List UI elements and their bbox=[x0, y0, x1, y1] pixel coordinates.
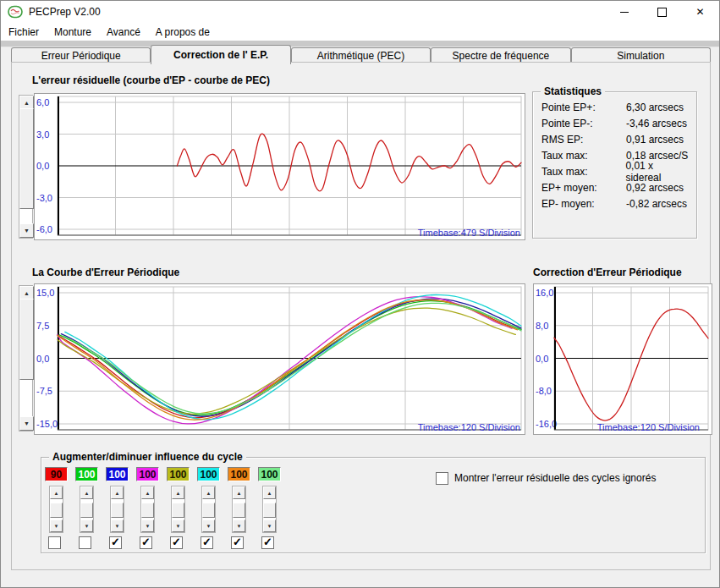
cycle-column-4: 100▲▼ bbox=[136, 467, 163, 552]
slider-down-button[interactable]: ▼ bbox=[233, 519, 245, 532]
menu-item-avance[interactable]: Avancé bbox=[99, 25, 148, 40]
pec-plot: 16,08,00,0-8,0-16,0 bbox=[534, 284, 710, 432]
slider-thumb[interactable] bbox=[141, 503, 154, 518]
cycle-value-box: 100 bbox=[75, 467, 98, 481]
triangle-down-icon: ▼ bbox=[85, 524, 90, 529]
slider-up-button[interactable]: ▲ bbox=[80, 486, 93, 499]
cycle-influence-slider[interactable]: ▲▼ bbox=[80, 486, 94, 533]
app-window: PECPrep V2.00 ✕ FichierMontureAvancéA pr… bbox=[0, 0, 720, 588]
slider-thumb[interactable] bbox=[172, 503, 184, 518]
pe-vertical-scrollbar[interactable]: ▲ ▼ bbox=[19, 285, 33, 431]
app-icon bbox=[8, 4, 23, 19]
cycle-value-box: 100 bbox=[258, 467, 281, 481]
cycle-checkbox[interactable] bbox=[79, 536, 91, 549]
slider-thumb[interactable] bbox=[50, 503, 63, 518]
cycle-column-8: 100▲▼ bbox=[258, 467, 285, 552]
pec-chart: 16,08,00,0-8,0-16,0 Timebase:120 S/Divis… bbox=[533, 283, 712, 435]
y-axis-tick-label: -3,0 bbox=[36, 193, 52, 203]
minimize-icon bbox=[620, 12, 629, 13]
cycle-value-box: 100 bbox=[197, 467, 220, 481]
cycle-value-box: 100 bbox=[228, 467, 250, 481]
maximize-button[interactable] bbox=[643, 1, 681, 23]
triangle-up-icon: ▲ bbox=[85, 491, 90, 496]
residual-scrollbar-thumb[interactable] bbox=[19, 108, 34, 209]
slider-down-button[interactable]: ▼ bbox=[202, 519, 215, 532]
slider-up-button[interactable]: ▲ bbox=[172, 486, 184, 499]
residual-chart-title: L'erreur résiduelle (courbe d'EP - courb… bbox=[32, 74, 270, 86]
slider-down-button[interactable]: ▼ bbox=[50, 519, 63, 532]
slider-up-button[interactable]: ▲ bbox=[50, 486, 63, 499]
slider-thumb[interactable] bbox=[111, 503, 124, 518]
stat-label: Pointe EP-: bbox=[541, 118, 626, 129]
cycle-influence-slider[interactable]: ▲▼ bbox=[171, 486, 185, 533]
close-icon: ✕ bbox=[695, 7, 704, 17]
pe-scrollbar-thumb[interactable] bbox=[19, 299, 34, 380]
show-ignored-checkbox[interactable] bbox=[436, 472, 448, 485]
cycle-influence-slider[interactable]: ▲▼ bbox=[232, 486, 246, 533]
cycle-checkbox[interactable] bbox=[170, 536, 183, 549]
y-axis-tick-label: 15,0 bbox=[36, 288, 54, 298]
cycle-checkbox[interactable] bbox=[140, 536, 152, 549]
cycle-influence-slider[interactable]: ▲▼ bbox=[140, 486, 155, 533]
slider-thumb[interactable] bbox=[202, 503, 215, 518]
pe-timebase: Timebase:120 S/Division bbox=[418, 422, 520, 432]
triangle-down-icon: ▼ bbox=[54, 524, 59, 529]
cycle-checkbox[interactable] bbox=[231, 536, 244, 549]
slider-thumb[interactable] bbox=[263, 503, 276, 518]
y-axis-tick-label: -6,0 bbox=[36, 224, 52, 234]
triangle-up-icon: ▲ bbox=[206, 491, 212, 496]
cycle-influence-slider[interactable]: ▲▼ bbox=[49, 486, 63, 533]
residual-vertical-scrollbar[interactable]: ▲ ▼ bbox=[19, 95, 33, 239]
slider-up-button[interactable]: ▲ bbox=[233, 486, 245, 499]
pe-scroll-down-button[interactable]: ▼ bbox=[19, 416, 34, 431]
cycle-checkbox[interactable] bbox=[261, 536, 274, 549]
tab-correction-de-l-e-p[interactable]: Correction de l' E.P. bbox=[151, 45, 290, 64]
close-button[interactable]: ✕ bbox=[681, 1, 719, 23]
maximize-icon bbox=[657, 8, 667, 17]
triangle-up-icon: ▲ bbox=[146, 491, 151, 496]
stat-label: Taux max: bbox=[541, 166, 625, 178]
cycle-checkbox[interactable] bbox=[48, 536, 61, 549]
stat-value: 0,92 arcsecs bbox=[626, 182, 684, 194]
y-axis-tick-label: -15,0 bbox=[36, 419, 58, 429]
cycle-checkbox[interactable] bbox=[201, 536, 213, 549]
cycle-influence-slider[interactable]: ▲▼ bbox=[201, 486, 216, 533]
show-ignored-row: Montrer l'erreur résiduelle des cycles i… bbox=[436, 472, 656, 485]
menu-bar: FichierMontureAvancéA propos de bbox=[1, 23, 719, 41]
cycle-influence-slider[interactable]: ▲▼ bbox=[110, 486, 124, 533]
residual-plot: 6,03,00,0-3,0-6,0 bbox=[35, 94, 523, 238]
stat-value: 0,91 arcsecs bbox=[626, 134, 684, 146]
stats-row: EP+ moyen:0,92 arcsecs bbox=[541, 179, 691, 195]
slider-up-button[interactable]: ▲ bbox=[202, 486, 215, 499]
minimize-button[interactable] bbox=[605, 1, 643, 23]
menu-item-fichier[interactable]: Fichier bbox=[1, 25, 47, 40]
menu-item-a-propos-de[interactable]: A propos de bbox=[148, 25, 217, 40]
window-title: PECPrep V2.00 bbox=[29, 6, 101, 18]
residual-scroll-down-button[interactable]: ▼ bbox=[19, 223, 34, 238]
slider-up-button[interactable]: ▲ bbox=[111, 486, 124, 499]
slider-down-button[interactable]: ▼ bbox=[172, 519, 184, 532]
cycle-column-1: 90▲▼ bbox=[45, 467, 72, 552]
slider-thumb[interactable] bbox=[233, 503, 245, 518]
slider-thumb[interactable] bbox=[80, 503, 93, 518]
y-axis-tick-label: 7,5 bbox=[36, 321, 49, 331]
triangle-down-icon: ▼ bbox=[176, 524, 181, 529]
menu-item-monture[interactable]: Monture bbox=[47, 25, 99, 40]
slider-up-button[interactable]: ▲ bbox=[141, 486, 154, 499]
pec-chart-title: Correction d'Erreur Périodique bbox=[533, 267, 682, 278]
triangle-down-icon: ▼ bbox=[237, 524, 242, 529]
slider-down-button[interactable]: ▼ bbox=[263, 519, 276, 532]
cycle-checkbox[interactable] bbox=[109, 536, 122, 549]
slider-down-button[interactable]: ▼ bbox=[111, 519, 124, 532]
triangle-up-icon: ▲ bbox=[24, 290, 30, 296]
cycle-column-7: 100▲▼ bbox=[228, 467, 255, 552]
cycle-value-box: 90 bbox=[45, 467, 68, 481]
pe-chart-title: La Courbe d'Erreur Périodique bbox=[32, 267, 179, 278]
cycle-column-6: 100▲▼ bbox=[197, 467, 224, 552]
cycle-influence-slider[interactable]: ▲▼ bbox=[262, 486, 277, 533]
stat-value: -3,46 arcsecs bbox=[626, 118, 687, 129]
slider-down-button[interactable]: ▼ bbox=[80, 519, 93, 532]
slider-down-button[interactable]: ▼ bbox=[141, 519, 154, 532]
slider-up-button[interactable]: ▲ bbox=[263, 486, 276, 499]
triangle-down-icon: ▼ bbox=[206, 524, 212, 529]
